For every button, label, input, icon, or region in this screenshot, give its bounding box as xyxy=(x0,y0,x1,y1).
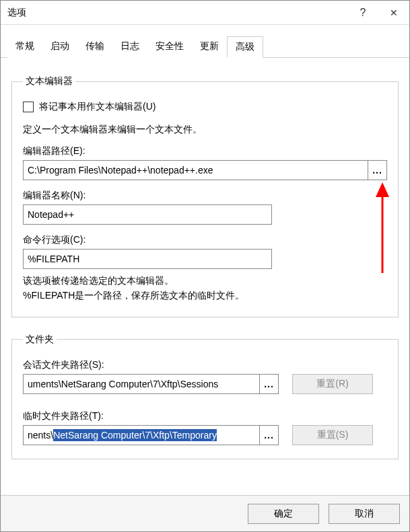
cmd-options-input[interactable] xyxy=(23,249,272,269)
session-folder-reset-button[interactable]: 重置(R) xyxy=(292,374,373,394)
titlebar: 选项 ? ✕ xyxy=(1,1,409,25)
close-icon[interactable]: ✕ xyxy=(378,1,409,25)
group-text-editor: 文本编辑器 将记事本用作文本编辑器(U) 定义一个文本编辑器来编辑一个文本文件。… xyxy=(11,75,399,317)
cmd-hint-line1: 该选项被传递给选定的文本编辑器。 xyxy=(23,273,387,288)
temp-folder-row: nents\NetSarang Computer\7\Xftp\Temporar… xyxy=(23,425,387,445)
use-notepad-label: 将记事本用作文本编辑器(U) xyxy=(39,101,156,113)
temp-folder-input[interactable]: nents\NetSarang Computer\7\Xftp\Temporar… xyxy=(23,425,260,445)
cmd-hint: 该选项被传递给选定的文本编辑器。 %FILEPATH是一个路径，保存所选文本的临… xyxy=(23,273,387,303)
session-folder-row: ... 重置(R) xyxy=(23,374,387,394)
define-editor-hint: 定义一个文本编辑器来编辑一个文本文件。 xyxy=(23,124,387,136)
ok-button[interactable]: 确定 xyxy=(248,504,319,524)
temp-folder-reset-button[interactable]: 重置(S) xyxy=(292,425,373,445)
session-folder-browse-button[interactable]: ... xyxy=(260,374,279,394)
temp-folder-label: 临时文件夹路径(T): xyxy=(23,410,387,422)
editor-name-input[interactable] xyxy=(23,204,272,225)
dialog-button-bar: 确定 取消 xyxy=(1,495,409,531)
tab-strip: 常规 启动 传输 日志 安全性 更新 高级 xyxy=(1,25,409,58)
temp-folder-prefix: nents\ xyxy=(28,430,53,441)
editor-path-label: 编辑器路径(E): xyxy=(23,145,387,157)
group-folders: 文件夹 会话文件夹路径(S): ... 重置(R) 临时文件夹路径(T): ne… xyxy=(11,334,399,459)
cmd-hint-line2: %FILEPATH是一个路径，保存所选文本的临时文件。 xyxy=(23,288,387,303)
temp-folder-selection: NetSarang Computer\7\Xftp\Temporary xyxy=(53,429,217,441)
options-dialog: 选项 ? ✕ 常规 启动 传输 日志 安全性 更新 高级 文本编辑器 将记事本用… xyxy=(0,0,410,532)
cmd-options-label: 命令行选项(C): xyxy=(23,234,387,246)
tab-startup[interactable]: 启动 xyxy=(42,36,77,58)
use-notepad-checkbox[interactable] xyxy=(23,102,34,112)
group-folders-legend: 文件夹 xyxy=(23,334,57,346)
editor-path-browse-button[interactable]: ... xyxy=(368,160,387,180)
session-folder-label: 会话文件夹路径(S): xyxy=(23,359,387,371)
use-notepad-row[interactable]: 将记事本用作文本编辑器(U) xyxy=(23,101,387,113)
editor-name-label: 编辑器名称(N): xyxy=(23,190,387,202)
help-icon[interactable]: ? xyxy=(347,1,378,25)
tab-advanced[interactable]: 高级 xyxy=(227,36,263,58)
session-folder-input[interactable] xyxy=(23,374,260,394)
editor-path-row: ... xyxy=(23,160,387,180)
editor-path-input[interactable] xyxy=(23,160,368,180)
temp-folder-browse-button[interactable]: ... xyxy=(260,425,279,445)
tab-log[interactable]: 日志 xyxy=(112,36,147,58)
tab-transfer[interactable]: 传输 xyxy=(77,36,112,58)
tab-security[interactable]: 安全性 xyxy=(147,36,192,58)
tab-content: 文本编辑器 将记事本用作文本编辑器(U) 定义一个文本编辑器来编辑一个文本文件。… xyxy=(1,58,409,495)
tab-general[interactable]: 常规 xyxy=(7,36,42,58)
cancel-button[interactable]: 取消 xyxy=(329,504,400,524)
tab-update[interactable]: 更新 xyxy=(192,36,227,58)
group-text-editor-legend: 文本编辑器 xyxy=(23,75,75,87)
window-title: 选项 xyxy=(7,7,347,19)
